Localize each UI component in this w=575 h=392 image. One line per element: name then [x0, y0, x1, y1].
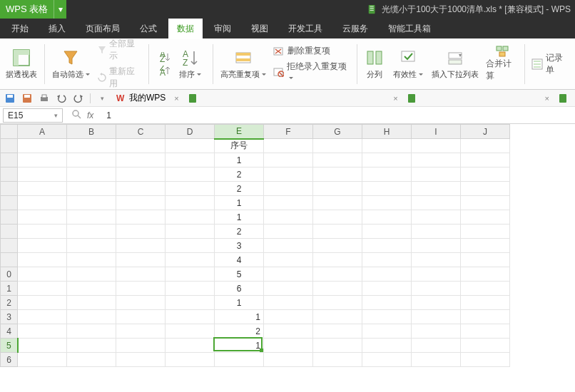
cell-A11[interactable] — [18, 282, 67, 296]
row-header[interactable] — [1, 210, 18, 225]
cell-G14[interactable] — [313, 324, 362, 339]
row-header[interactable] — [1, 153, 18, 167]
menu-item-0[interactable]: 开始 — [3, 19, 37, 39]
cell-I2[interactable] — [412, 153, 461, 167]
cell-I9[interactable] — [412, 253, 461, 267]
cell-H4[interactable] — [362, 182, 412, 196]
cell-J2[interactable] — [461, 153, 510, 167]
cell-G16[interactable] — [313, 353, 362, 367]
cell-A5[interactable] — [18, 196, 67, 210]
cell-B7[interactable] — [67, 225, 116, 239]
cell-H10[interactable] — [362, 267, 412, 282]
cell-H13[interactable] — [362, 310, 412, 324]
chevron-down-icon[interactable]: ▾ — [96, 93, 108, 104]
cell-C5[interactable] — [116, 196, 166, 210]
row-header[interactable]: 1 — [1, 282, 18, 296]
row-header[interactable] — [1, 253, 18, 267]
cell-B16[interactable] — [67, 353, 116, 367]
cell-G1[interactable] — [313, 139, 362, 153]
cell-E8[interactable]: 3 — [215, 239, 264, 253]
cell-J7[interactable] — [461, 225, 510, 239]
cell-H14[interactable] — [362, 324, 412, 339]
cell-J1[interactable] — [461, 139, 510, 153]
cell-J5[interactable] — [461, 196, 510, 210]
cell-E1[interactable]: 序号 — [215, 139, 264, 153]
mywps-tab[interactable]: W 我的WPS — [113, 92, 168, 104]
cell-I3[interactable] — [412, 167, 461, 182]
cell-D2[interactable] — [166, 153, 215, 167]
col-header-D[interactable]: D — [166, 125, 215, 139]
cell-F15[interactable] — [264, 339, 313, 353]
cell-A7[interactable] — [18, 225, 67, 239]
cell-D7[interactable] — [166, 225, 215, 239]
cell-J15[interactable] — [461, 339, 510, 353]
select-all-corner[interactable] — [1, 125, 18, 139]
cell-F11[interactable] — [264, 282, 313, 296]
cell-D15[interactable] — [166, 339, 215, 353]
cell-F8[interactable] — [264, 239, 313, 253]
row-header[interactable] — [1, 196, 18, 210]
row-header[interactable] — [1, 139, 18, 153]
col-header-G[interactable]: G — [313, 125, 362, 139]
sort-asc-button[interactable]: AZ — [158, 51, 172, 63]
cell-H2[interactable] — [362, 153, 412, 167]
cell-C9[interactable] — [116, 253, 166, 267]
col-header-J[interactable]: J — [461, 125, 510, 139]
cell-E10[interactable]: 5 — [215, 267, 264, 282]
cell-G5[interactable] — [313, 196, 362, 210]
cell-F12[interactable] — [264, 296, 313, 310]
cell-H9[interactable] — [362, 253, 412, 267]
sort-desc-button[interactable]: ZA — [158, 65, 172, 76]
cell-H5[interactable] — [362, 196, 412, 210]
row-header[interactable]: 0 — [1, 267, 18, 282]
cell-C8[interactable] — [116, 239, 166, 253]
cell-E16[interactable] — [215, 353, 264, 367]
col-header-H[interactable]: H — [362, 125, 412, 139]
cell-I4[interactable] — [412, 182, 461, 196]
consolidate-button[interactable]: 合并计算 — [484, 45, 520, 83]
cell-A2[interactable] — [18, 153, 67, 167]
menu-item-8[interactable]: 云服务 — [334, 19, 377, 39]
cell-C6[interactable] — [116, 210, 166, 225]
col-header-B[interactable]: B — [67, 125, 116, 139]
cell-D11[interactable] — [166, 282, 215, 296]
cell-B12[interactable] — [67, 296, 116, 310]
col-header-F[interactable]: F — [264, 125, 313, 139]
cell-A9[interactable] — [18, 253, 67, 267]
cell-E12[interactable]: 1 — [215, 296, 264, 310]
cell-J14[interactable] — [461, 324, 510, 339]
cell-F5[interactable] — [264, 196, 313, 210]
cell-D4[interactable] — [166, 182, 215, 196]
cell-I16[interactable] — [412, 353, 461, 367]
cell-E6[interactable]: 1 — [215, 210, 264, 225]
cell-J13[interactable] — [461, 310, 510, 324]
tab-close-button-3[interactable]: × — [545, 94, 549, 103]
search-icon[interactable] — [71, 109, 81, 121]
app-menu-dropdown[interactable]: ▾ — [54, 0, 66, 19]
cell-E7[interactable]: 2 — [215, 225, 264, 239]
cell-B3[interactable] — [67, 167, 116, 182]
cell-E9[interactable]: 4 — [215, 253, 264, 267]
fx-icon[interactable]: fx — [87, 110, 93, 120]
cell-F1[interactable] — [264, 139, 313, 153]
cell-E13[interactable]: 1 — [215, 310, 264, 324]
cell-H1[interactable] — [362, 139, 412, 153]
cell-I5[interactable] — [412, 196, 461, 210]
row-header[interactable]: 6 — [1, 353, 18, 367]
cell-F7[interactable] — [264, 225, 313, 239]
cell-G12[interactable] — [313, 296, 362, 310]
row-header[interactable] — [1, 225, 18, 239]
spreadsheet-grid[interactable]: ABCDEFGHIJ序号122112340516213142516 — [0, 124, 575, 392]
menu-item-6[interactable]: 视图 — [243, 19, 277, 39]
cell-I11[interactable] — [412, 282, 461, 296]
cell-D14[interactable] — [166, 324, 215, 339]
cell-B14[interactable] — [67, 324, 116, 339]
cell-E4[interactable]: 2 — [215, 182, 264, 196]
name-box[interactable]: E15▾ — [3, 108, 63, 123]
sort-button[interactable]: AZ 排序 — [176, 46, 204, 81]
cell-C13[interactable] — [116, 310, 166, 324]
cell-D3[interactable] — [166, 167, 215, 182]
highlight-duplicates-button[interactable]: 高亮重复项 — [218, 46, 269, 81]
cell-B4[interactable] — [67, 182, 116, 196]
insert-dropdown-button[interactable]: 插入下拉列表 — [429, 46, 482, 81]
